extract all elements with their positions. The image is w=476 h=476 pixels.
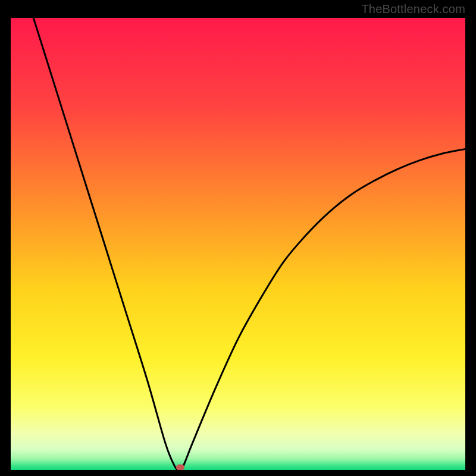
optimum-marker [176, 464, 184, 470]
chart-wrapper: TheBottleneck.com [0, 0, 476, 476]
attribution-text: TheBottleneck.com [361, 2, 465, 16]
plot-area [11, 18, 465, 470]
chart-background [11, 18, 465, 470]
chart-svg [11, 18, 465, 470]
